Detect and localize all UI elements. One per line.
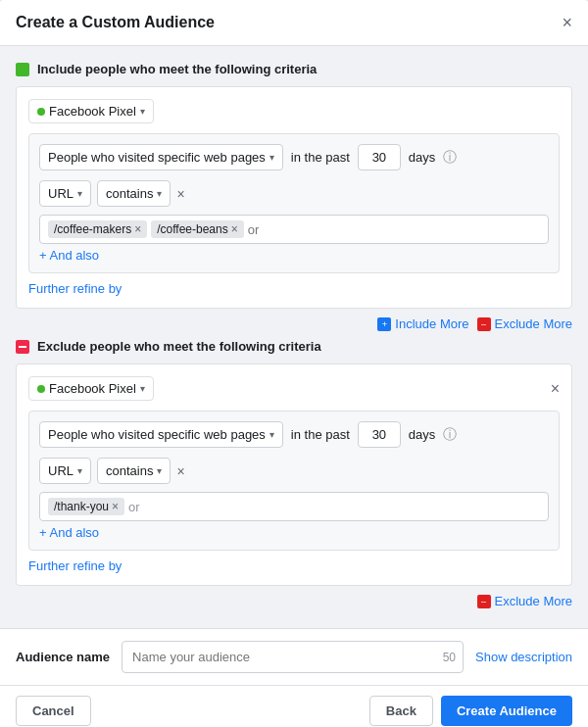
include-more-icon: + [377,317,391,331]
cancel-button[interactable]: Cancel [16,696,91,726]
exclude-pixel-caret: ▾ [140,383,145,394]
exclude-url-caret: ▾ [77,465,82,476]
exclude-visit-type-label: People who visited specific web pages [48,427,266,442]
audience-name-input-wrap: 50 [122,641,464,673]
include-filter-row: URL ▾ contains ▾ × [39,180,549,207]
include-and-also-row: + And also [39,244,549,263]
include-pixel-row: Facebook Pixel ▾ [28,99,560,123]
include-contains-caret: ▾ [157,188,162,199]
footer-right: Back Create Audience [369,696,572,726]
include-more-label: Include More [395,316,468,331]
include-tag-coffee-makers: /coffee-makers × [48,220,147,238]
exclude-more-icon: – [477,317,491,331]
include-url-dropdown[interactable]: URL ▾ [39,180,91,207]
exclude-contains-dropdown[interactable]: contains ▾ [97,458,171,484]
exclude-tag-thank-you-label: /thank-you [54,500,109,513]
create-custom-audience-modal: Create a Custom Audience × Include peopl… [0,0,588,727]
include-tags-row[interactable]: /coffee-makers × /coffee-beans × [39,215,549,244]
include-tag-coffee-makers-label: /coffee-makers [54,222,131,236]
exclude-and-also-row: + And also [39,521,549,540]
include-url-caret: ▾ [77,188,82,199]
include-section-header: Include people who meet the following cr… [16,62,572,76]
exclude-criteria-box: People who visited specific web pages ▾ … [28,411,560,551]
back-button[interactable]: Back [369,696,433,726]
exclude-further-refine: Further refine by [28,558,560,573]
include-section: Include people who meet the following cr… [16,62,572,331]
include-section-icon [16,63,29,76]
exclude-tags-row[interactable]: /thank-you × or [39,492,549,521]
modal-close-button[interactable]: × [562,14,572,31]
exclude-filter-row: URL ▾ contains ▾ × [39,458,549,484]
include-section-label: Include people who meet the following cr… [37,62,317,76]
include-further-refine: Further refine by [28,281,560,296]
exclude-info-icon: ⓘ [443,426,457,444]
exclude-card-close-button[interactable]: × [551,380,560,398]
include-days-label: days [409,150,435,165]
exclude-card: Facebook Pixel ▾ × People who visited sp… [16,364,572,586]
exclude-tag-thank-you-remove[interactable]: × [112,501,119,512]
include-criteria-top-row: People who visited specific web pages ▾ … [39,144,549,170]
include-contains-dropdown[interactable]: contains ▾ [97,180,171,207]
include-tag-coffee-beans: /coffee-beans × [151,220,244,238]
exclude-section-header: Exclude people who meet the following cr… [16,339,572,354]
include-tag-input[interactable] [248,222,540,237]
include-url-label: URL [48,186,74,201]
include-pixel-dot [37,108,45,116]
exclude-section-more-icon: – [477,595,491,608]
exclude-pixel-dot [37,385,45,393]
exclude-days-input[interactable] [358,421,401,448]
include-days-input[interactable] [358,144,401,170]
modal-footer: Cancel Back Create Audience [0,685,588,727]
audience-name-input[interactable] [122,641,464,673]
exclude-visit-type-dropdown[interactable]: People who visited specific web pages ▾ [39,421,283,448]
include-visit-type-label: People who visited specific web pages [48,150,266,165]
audience-name-section: Audience name 50 Show description [0,628,588,685]
include-pixel-caret: ▾ [140,106,145,117]
exclude-section: Exclude people who meet the following cr… [16,339,572,608]
audience-name-char-count: 50 [443,651,456,664]
exclude-filter-close-button[interactable]: × [176,463,184,479]
include-criteria-box: People who visited specific web pages ▾ … [28,133,560,273]
include-info-icon: ⓘ [443,149,457,167]
exclude-section-more-link[interactable]: – Exclude More [477,594,572,608]
include-visit-type-caret: ▾ [270,152,274,163]
exclude-pixel-row: Facebook Pixel ▾ × [28,376,560,401]
include-and-also-link[interactable]: + And also [39,248,99,263]
exclude-url-label: URL [48,463,74,478]
exclude-more-link[interactable]: – Exclude More [477,316,572,331]
include-tag-coffee-beans-label: /coffee-beans [157,222,228,236]
include-pixel-label: Facebook Pixel [49,104,136,119]
exclude-pixel-dropdown[interactable]: Facebook Pixel ▾ [28,376,154,401]
exclude-days-label: days [409,427,435,442]
exclude-section-label: Exclude people who meet the following cr… [37,339,321,354]
include-more-link[interactable]: + Include More [377,316,468,331]
create-audience-button[interactable]: Create Audience [441,696,572,726]
exclude-pixel-label: Facebook Pixel [49,381,136,396]
include-pixel-dropdown[interactable]: Facebook Pixel ▾ [28,99,154,123]
exclude-criteria-top-row: People who visited specific web pages ▾ … [39,421,549,448]
include-contains-label: contains [106,186,153,201]
exclude-more-label: Exclude More [495,316,572,331]
exclude-tag-thank-you: /thank-you × [48,498,124,515]
exclude-visit-type-caret: ▾ [270,429,274,440]
exclude-contains-caret: ▾ [157,465,162,476]
include-further-refine-link[interactable]: Further refine by [28,281,122,296]
exclude-or-placeholder: or [128,500,140,514]
exclude-section-more-label: Exclude More [495,594,572,608]
include-in-the-past-label: in the past [291,150,350,165]
show-description-link[interactable]: Show description [475,650,572,664]
exclude-in-the-past-label: in the past [291,427,350,442]
modal-body: Include people who meet the following cr… [0,46,588,628]
modal-header: Create a Custom Audience × [0,0,588,46]
modal-title: Create a Custom Audience [16,14,215,31]
include-filter-close-button[interactable]: × [176,186,184,202]
audience-name-label: Audience name [16,650,110,664]
exclude-contains-label: contains [106,463,153,478]
exclude-further-refine-link[interactable]: Further refine by [28,558,122,573]
include-tag-coffee-makers-remove[interactable]: × [134,223,141,235]
include-visit-type-dropdown[interactable]: People who visited specific web pages ▾ [39,144,283,170]
exclude-url-dropdown[interactable]: URL ▾ [39,458,91,484]
include-tag-coffee-beans-remove[interactable]: × [231,223,238,235]
exclude-and-also-link[interactable]: + And also [39,525,99,540]
include-actions-row: + Include More – Exclude More [16,316,572,331]
